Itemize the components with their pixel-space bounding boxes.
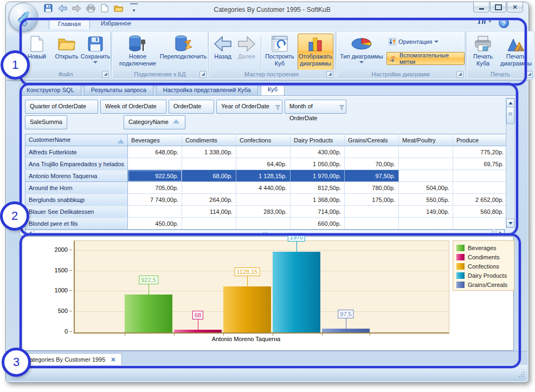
help-button[interactable]: ? — [499, 18, 509, 28]
grid-cell[interactable]: 780,00р. — [345, 182, 399, 194]
save-icon[interactable] — [43, 3, 53, 13]
grid-header-beverages[interactable]: Beverages — [128, 134, 182, 146]
grid-row-label[interactable]: Antonio Moreno Taquerна — [25, 170, 128, 182]
scroll-down-button[interactable] — [506, 219, 514, 227]
filter-field-quarter-of-orderdate[interactable]: Quarter of OrderDate — [25, 100, 98, 114]
grid-header-meat-poultry[interactable]: Meat/Poultry — [399, 134, 453, 146]
tab-favorites[interactable]: Избранное — [92, 17, 140, 29]
grid-cell[interactable] — [399, 146, 453, 158]
open-button[interactable]: Открыть — [51, 34, 82, 70]
grid-header-dairy-products[interactable]: Dairy Products — [291, 134, 345, 146]
minimize-button[interactable] — [473, 2, 489, 12]
grid-cell[interactable] — [345, 146, 399, 158]
doc-tab-sql-designer[interactable]: Конструктор SQL — [20, 84, 81, 96]
grid-cell[interactable] — [453, 182, 507, 194]
grid-cell[interactable]: 504,00р. — [399, 182, 453, 194]
grid-cell[interactable]: 149,00р. — [399, 206, 453, 218]
grid-cell[interactable]: 2 652,00р. — [453, 194, 507, 206]
grid-header-customername[interactable]: CustomerName — [25, 134, 128, 146]
chart-bar-beverages[interactable] — [125, 295, 172, 332]
scroll-up-button[interactable] — [506, 99, 514, 107]
close-button[interactable]: ✕ — [507, 2, 523, 12]
chart-bar-grains-cereals[interactable] — [322, 329, 370, 332]
grid-cell[interactable]: 69,75р. — [453, 158, 507, 170]
dialog-launcher-icon[interactable]: ◢ — [526, 71, 533, 78]
show-charts-button[interactable]: Отображать диаграммы — [298, 34, 333, 71]
grid-cell[interactable]: 7 749,00р. — [128, 194, 182, 206]
grid-cell[interactable]: 450,00р. — [128, 218, 182, 230]
grid-cell[interactable]: 1 368,00р. — [291, 194, 345, 206]
grid-cell[interactable]: 283,00р. — [236, 206, 291, 218]
grid-cell[interactable] — [453, 218, 507, 230]
dialog-launcher-icon[interactable]: ◢ — [326, 71, 333, 78]
grid-cell[interactable] — [399, 170, 453, 182]
bottom-tab-active[interactable]: Categories By Customer 1995✕ — [20, 353, 122, 366]
chart-type-button[interactable]: Тип диаграммы — [339, 34, 384, 70]
new-document-icon[interactable] — [100, 3, 109, 13]
grid-cell[interactable]: 70,00р. — [345, 158, 399, 170]
doc-tab-cube[interactable]: Куб — [261, 83, 285, 96]
grid-cell[interactable]: 68,00р. — [182, 170, 236, 182]
print-cube-button[interactable]: Печать Куба — [468, 34, 498, 70]
grid-header-grains-cereals[interactable]: Grains/Cereals — [345, 134, 399, 146]
grid-cell[interactable] — [399, 158, 453, 170]
resize-grip[interactable] — [518, 372, 524, 378]
close-tab-icon[interactable]: ✕ — [111, 356, 115, 363]
grid-cell[interactable]: 1 050,00р. — [291, 158, 345, 170]
filter-field-orderdate[interactable]: OrderDate — [169, 100, 214, 114]
data-field-salesumma[interactable]: SaleSumma — [25, 115, 67, 129]
grid-cell[interactable] — [345, 218, 399, 230]
vertical-scroll-thumb[interactable] — [506, 107, 514, 124]
app-menu-button[interactable] — [9, 3, 38, 32]
print-icon[interactable] — [86, 3, 95, 13]
back-icon[interactable] — [57, 3, 67, 13]
grid-cell[interactable]: 705,00р. — [128, 182, 182, 194]
grid-header-confections[interactable]: Confections — [236, 134, 291, 146]
orientation-button[interactable]: Ориентация — [386, 36, 441, 48]
column-field-categoryname[interactable]: CategoryName — [124, 115, 185, 129]
grid-cell[interactable]: 714,00р. — [291, 206, 345, 218]
new-button[interactable]: Новый — [23, 34, 50, 70]
reconnect-button[interactable]: Переподключить — [161, 34, 205, 70]
grid-cell[interactable] — [236, 146, 291, 158]
vertical-scrollbar[interactable] — [506, 98, 515, 228]
filter-funnel-icon[interactable] — [275, 102, 280, 114]
back-button[interactable]: Назад — [211, 34, 235, 70]
grid-cell[interactable] — [453, 170, 507, 182]
grid-cell[interactable]: 430,00р. — [291, 146, 345, 158]
forward-icon[interactable] — [72, 3, 81, 13]
dialog-launcher-icon[interactable]: ◢ — [456, 71, 463, 78]
doc-tab-cube-views-setup[interactable]: Настройка представлений Куба — [156, 84, 258, 96]
print-chart-button[interactable]: Печать диаграммы — [499, 34, 533, 70]
customize-qat-icon[interactable]: ▾ — [130, 3, 138, 13]
grid-cell[interactable]: 1 338,00р. — [182, 146, 236, 158]
filter-field-month-of-orderdate[interactable]: Month of OrderDate — [285, 100, 346, 114]
doc-tab-query-results[interactable]: Результаты запроса — [84, 84, 153, 96]
grid-cell[interactable]: 64,40р. — [236, 158, 291, 170]
grid-cell[interactable]: 4 440,00р. — [236, 182, 291, 194]
maximize-button[interactable] — [490, 2, 506, 12]
build-cube-button[interactable]: Построить Куб — [263, 34, 296, 70]
grid-cell[interactable] — [182, 182, 236, 194]
filter-funnel-icon[interactable] — [339, 102, 344, 114]
grid-cell[interactable]: 660,00р. — [291, 218, 345, 230]
chart-bar-confections[interactable] — [223, 286, 271, 332]
grid-row-label[interactable]: Berglunds snabbkщp — [25, 194, 128, 206]
grid-row-label[interactable]: Ana Trujillo Emparedados y helados — [25, 158, 128, 170]
tab-home[interactable]: Главная — [49, 17, 90, 30]
grid-cell[interactable]: 812,50р. — [291, 182, 345, 194]
grid-cell[interactable] — [182, 218, 236, 230]
grid-cell[interactable]: 175,00р. — [345, 194, 399, 206]
grid-cell[interactable]: 114,00р. — [182, 206, 236, 218]
grid-cell[interactable] — [399, 218, 453, 230]
next-button[interactable]: Далее — [235, 34, 259, 70]
grid-cell[interactable]: 775,20р. — [453, 146, 507, 158]
filter-field-year-of-orderdate[interactable]: Year of OrderDate — [216, 100, 282, 114]
grid-cell[interactable] — [236, 194, 291, 206]
grid-row-label[interactable]: Blauer See Delikatessen — [25, 206, 128, 218]
grid-header-condiments[interactable]: Condiments — [182, 134, 236, 146]
grid-cell[interactable]: 97,50р. — [345, 170, 399, 182]
grid-cell[interactable] — [128, 158, 182, 170]
grid-row-label[interactable]: Alfreds Futterkiste — [25, 146, 128, 158]
filter-field-week-of-orderdate[interactable]: Week of OrderDate — [100, 100, 166, 114]
